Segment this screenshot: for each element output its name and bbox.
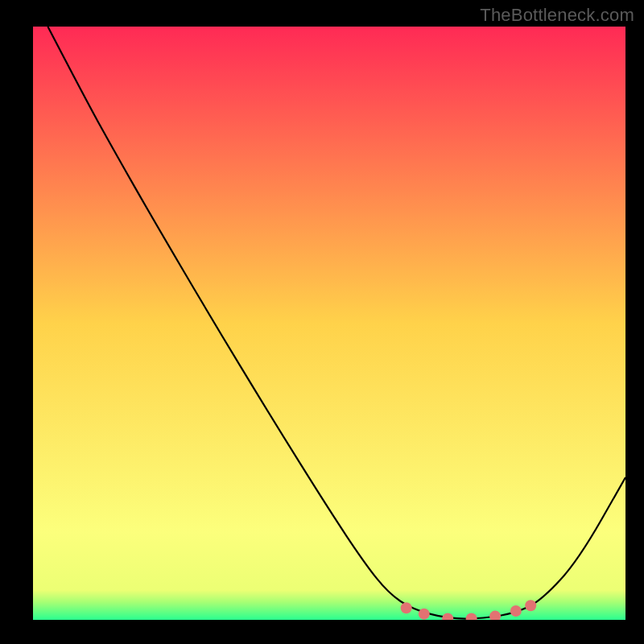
plot-gradient-bg <box>33 27 625 620</box>
watermark-text: TheBottleneck.com <box>480 5 634 26</box>
chart-stage: TheBottleneck.com <box>0 0 644 644</box>
chart-svg <box>0 0 644 644</box>
curve-marker <box>401 602 412 613</box>
plot-area <box>33 27 625 625</box>
curve-marker <box>510 605 522 617</box>
curve-marker <box>525 600 536 611</box>
curve-marker <box>419 609 430 620</box>
